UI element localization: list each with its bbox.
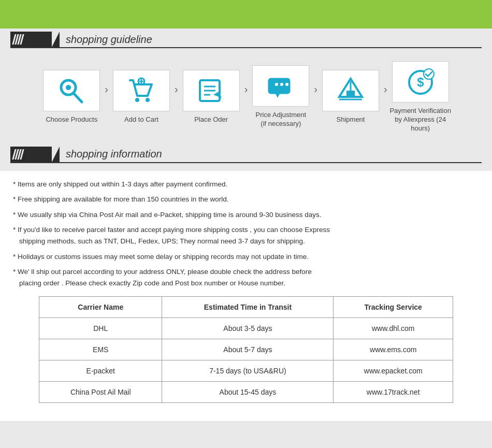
- info-stripes: [13, 149, 23, 160]
- info-header-decoration: [10, 147, 60, 162]
- step-label-choose-products: Choose Products: [46, 115, 97, 124]
- tracking-epacket: www.epacket.com: [334, 360, 453, 382]
- steps-flow: Choose Products › Add to Cart ›: [0, 56, 492, 143]
- arrow-1: ›: [105, 83, 108, 95]
- info-line-2: * Free shipping are available for more t…: [13, 194, 479, 205]
- information-divider: [10, 162, 482, 163]
- table-header-row: Carrier Name Estimated Time in Transit T…: [39, 297, 453, 318]
- svg-marker-17: [276, 94, 280, 98]
- svg-rect-12: [268, 78, 290, 94]
- svg-point-3: [135, 98, 139, 102]
- arrow-3: ›: [244, 83, 248, 95]
- step-label-shipment: Shipment: [337, 115, 365, 124]
- carrier-dhl: DHL: [39, 318, 162, 339]
- shipping-table: Carrier Name Estimated Time in Transit T…: [39, 296, 453, 403]
- info-line-5: * Holidays or customs issues may meet so…: [13, 251, 479, 263]
- step-icon-payment-verification: $: [392, 61, 449, 103]
- guideline-divider: [10, 47, 482, 48]
- information-title: shopping information: [66, 148, 162, 160]
- guideline-title: shopping guideline: [66, 34, 152, 46]
- info-line-6: * We' ll ship out parcel according to yo…: [13, 266, 479, 288]
- svg-rect-19: [346, 91, 355, 97]
- step-label-add-to-cart: Add to Cart: [124, 115, 158, 124]
- stripes: [13, 34, 23, 45]
- step-label-payment-verification: Payment Verificationby Aliexpress (24 ho…: [389, 107, 452, 133]
- svg-point-14: [275, 83, 278, 86]
- step-choose-products: Choose Products: [40, 70, 103, 124]
- info-line-3: * We usually ship via China Post Air mai…: [13, 209, 479, 221]
- carrier-chinapost: China Post Ail Mail: [39, 382, 162, 403]
- col-header-tracking: Tracking Service: [334, 297, 453, 318]
- step-price-adjustment: Price Adjustment(if necessary): [250, 65, 312, 128]
- col-header-carrier: Carrier Name: [39, 297, 162, 318]
- step-icon-choose-products: [43, 70, 100, 111]
- table-row: EMS About 5-7 days www.ems.com: [39, 339, 453, 360]
- svg-line-1: [74, 93, 82, 102]
- step-icon-shipment: [322, 70, 379, 111]
- carrier-epacket: E-packet: [39, 360, 162, 382]
- arrow-5: ›: [384, 83, 387, 95]
- info-line-1: * Items are only shipped out within 1-3 …: [13, 179, 479, 190]
- arrow-2: ›: [175, 83, 178, 95]
- carrier-ems: EMS: [39, 339, 162, 360]
- tracking-chinapost: www.17track.net: [334, 382, 453, 403]
- step-shipment: Shipment: [320, 70, 382, 124]
- tracking-ems: www.ems.com: [334, 339, 453, 360]
- step-add-to-cart: Add to Cart: [110, 70, 172, 124]
- table-row: China Post Ail Mail About 15-45 days www…: [39, 382, 453, 403]
- svg-point-16: [285, 83, 288, 86]
- green-banner: [0, 0, 492, 28]
- info-line-4: * If you'd like to receive parcel faster…: [13, 224, 479, 247]
- step-label-place-order: Place Oder: [194, 115, 228, 124]
- svg-point-15: [280, 83, 283, 86]
- arrow-4: ›: [314, 83, 317, 95]
- time-ems: About 5-7 days: [162, 339, 334, 360]
- svg-point-4: [146, 98, 150, 102]
- step-place-order: Place Oder: [180, 70, 242, 124]
- information-content: * Items are only shipped out within 1-3 …: [0, 171, 492, 422]
- time-dhl: About 3-5 days: [162, 318, 334, 339]
- table-row: DHL About 3-5 days www.dhl.com: [39, 318, 453, 339]
- step-payment-verification: $ Payment Verificationby Aliexpress (24 …: [389, 61, 452, 133]
- col-header-time: Estimated Time in Transit: [162, 297, 334, 318]
- step-icon-add-to-cart: [113, 70, 170, 111]
- table-row: E-packet 7-15 days (to USA&RU) www.epack…: [39, 360, 453, 382]
- information-header: shopping information: [0, 143, 492, 162]
- svg-text:$: $: [417, 75, 424, 89]
- step-icon-place-order: [183, 70, 240, 111]
- time-epacket: 7-15 days (to USA&RU): [162, 360, 334, 382]
- guideline-header: shopping guideline: [0, 28, 492, 47]
- step-icon-price-adjustment: [252, 65, 309, 107]
- header-decoration: [10, 32, 60, 47]
- tracking-dhl: www.dhl.com: [334, 318, 453, 339]
- svg-point-2: [66, 85, 71, 90]
- time-chinapost: About 15-45 days: [162, 382, 334, 403]
- step-label-price-adjustment: Price Adjustment(if necessary): [256, 111, 307, 128]
